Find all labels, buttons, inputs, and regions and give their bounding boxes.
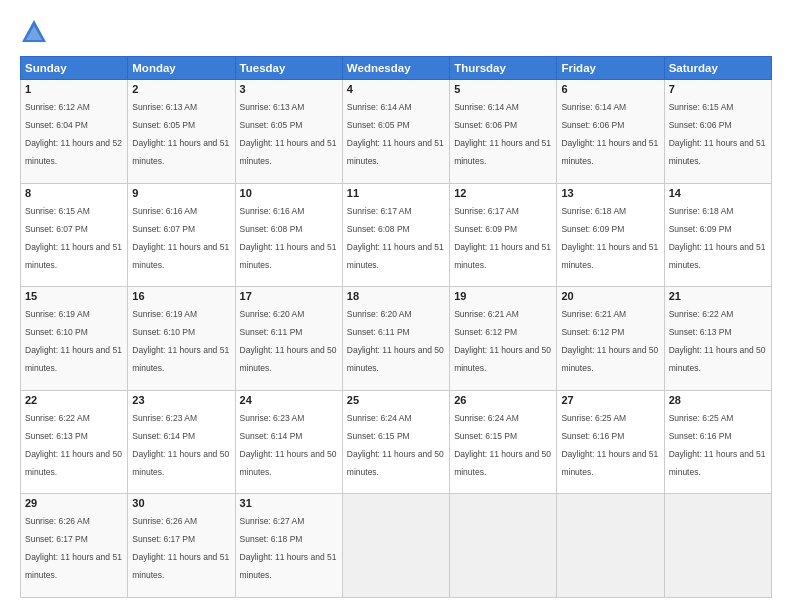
- day-number: 18: [347, 290, 445, 302]
- day-number: 27: [561, 394, 659, 406]
- day-number: 29: [25, 497, 123, 509]
- day-info: Sunrise: 6:17 AMSunset: 6:08 PMDaylight:…: [347, 206, 444, 270]
- day-number: 24: [240, 394, 338, 406]
- calendar-day-cell: 18 Sunrise: 6:20 AMSunset: 6:11 PMDaylig…: [342, 287, 449, 391]
- calendar-day-cell: 19 Sunrise: 6:21 AMSunset: 6:12 PMDaylig…: [450, 287, 557, 391]
- day-number: 1: [25, 83, 123, 95]
- calendar-day-cell: 21 Sunrise: 6:22 AMSunset: 6:13 PMDaylig…: [664, 287, 771, 391]
- calendar-day-cell: 14 Sunrise: 6:18 AMSunset: 6:09 PMDaylig…: [664, 183, 771, 287]
- calendar-day-cell: [557, 494, 664, 598]
- day-number: 25: [347, 394, 445, 406]
- day-info: Sunrise: 6:12 AMSunset: 6:04 PMDaylight:…: [25, 102, 122, 166]
- logo-icon: [20, 18, 48, 46]
- calendar-day-cell: 27 Sunrise: 6:25 AMSunset: 6:16 PMDaylig…: [557, 390, 664, 494]
- calendar-day-header: Saturday: [664, 57, 771, 80]
- calendar-day-cell: 8 Sunrise: 6:15 AMSunset: 6:07 PMDayligh…: [21, 183, 128, 287]
- day-info: Sunrise: 6:27 AMSunset: 6:18 PMDaylight:…: [240, 516, 337, 580]
- day-number: 19: [454, 290, 552, 302]
- day-info: Sunrise: 6:13 AMSunset: 6:05 PMDaylight:…: [240, 102, 337, 166]
- calendar-day-cell: 26 Sunrise: 6:24 AMSunset: 6:15 PMDaylig…: [450, 390, 557, 494]
- day-number: 5: [454, 83, 552, 95]
- calendar-week-row: 8 Sunrise: 6:15 AMSunset: 6:07 PMDayligh…: [21, 183, 772, 287]
- day-number: 12: [454, 187, 552, 199]
- calendar-header-row: SundayMondayTuesdayWednesdayThursdayFrid…: [21, 57, 772, 80]
- day-number: 6: [561, 83, 659, 95]
- calendar-day-cell: 31 Sunrise: 6:27 AMSunset: 6:18 PMDaylig…: [235, 494, 342, 598]
- calendar-day-cell: 13 Sunrise: 6:18 AMSunset: 6:09 PMDaylig…: [557, 183, 664, 287]
- day-info: Sunrise: 6:22 AMSunset: 6:13 PMDaylight:…: [669, 309, 766, 373]
- calendar-day-cell: [342, 494, 449, 598]
- calendar-day-cell: 29 Sunrise: 6:26 AMSunset: 6:17 PMDaylig…: [21, 494, 128, 598]
- calendar-day-cell: 5 Sunrise: 6:14 AMSunset: 6:06 PMDayligh…: [450, 80, 557, 184]
- day-number: 30: [132, 497, 230, 509]
- day-number: 14: [669, 187, 767, 199]
- day-info: Sunrise: 6:24 AMSunset: 6:15 PMDaylight:…: [454, 413, 551, 477]
- day-number: 8: [25, 187, 123, 199]
- calendar-day-cell: 30 Sunrise: 6:26 AMSunset: 6:17 PMDaylig…: [128, 494, 235, 598]
- day-number: 15: [25, 290, 123, 302]
- calendar-day-header: Tuesday: [235, 57, 342, 80]
- calendar-day-cell: [450, 494, 557, 598]
- day-number: 20: [561, 290, 659, 302]
- day-number: 26: [454, 394, 552, 406]
- calendar-day-cell: 6 Sunrise: 6:14 AMSunset: 6:06 PMDayligh…: [557, 80, 664, 184]
- calendar-day-cell: 3 Sunrise: 6:13 AMSunset: 6:05 PMDayligh…: [235, 80, 342, 184]
- day-info: Sunrise: 6:14 AMSunset: 6:06 PMDaylight:…: [561, 102, 658, 166]
- calendar-day-header: Friday: [557, 57, 664, 80]
- calendar-day-cell: 23 Sunrise: 6:23 AMSunset: 6:14 PMDaylig…: [128, 390, 235, 494]
- calendar-day-cell: 4 Sunrise: 6:14 AMSunset: 6:05 PMDayligh…: [342, 80, 449, 184]
- calendar-day-cell: 22 Sunrise: 6:22 AMSunset: 6:13 PMDaylig…: [21, 390, 128, 494]
- calendar-day-header: Thursday: [450, 57, 557, 80]
- calendar-day-cell: 11 Sunrise: 6:17 AMSunset: 6:08 PMDaylig…: [342, 183, 449, 287]
- day-number: 4: [347, 83, 445, 95]
- day-number: 10: [240, 187, 338, 199]
- day-number: 11: [347, 187, 445, 199]
- day-info: Sunrise: 6:21 AMSunset: 6:12 PMDaylight:…: [561, 309, 658, 373]
- day-number: 3: [240, 83, 338, 95]
- calendar-day-cell: 25 Sunrise: 6:24 AMSunset: 6:15 PMDaylig…: [342, 390, 449, 494]
- day-info: Sunrise: 6:19 AMSunset: 6:10 PMDaylight:…: [25, 309, 122, 373]
- logo: [20, 18, 52, 46]
- day-number: 22: [25, 394, 123, 406]
- day-number: 16: [132, 290, 230, 302]
- day-info: Sunrise: 6:20 AMSunset: 6:11 PMDaylight:…: [347, 309, 444, 373]
- day-info: Sunrise: 6:26 AMSunset: 6:17 PMDaylight:…: [132, 516, 229, 580]
- calendar-day-cell: 16 Sunrise: 6:19 AMSunset: 6:10 PMDaylig…: [128, 287, 235, 391]
- day-info: Sunrise: 6:16 AMSunset: 6:08 PMDaylight:…: [240, 206, 337, 270]
- day-info: Sunrise: 6:13 AMSunset: 6:05 PMDaylight:…: [132, 102, 229, 166]
- calendar-day-cell: 10 Sunrise: 6:16 AMSunset: 6:08 PMDaylig…: [235, 183, 342, 287]
- day-info: Sunrise: 6:26 AMSunset: 6:17 PMDaylight:…: [25, 516, 122, 580]
- calendar-day-cell: 28 Sunrise: 6:25 AMSunset: 6:16 PMDaylig…: [664, 390, 771, 494]
- calendar: SundayMondayTuesdayWednesdayThursdayFrid…: [20, 56, 772, 598]
- calendar-day-cell: [664, 494, 771, 598]
- day-info: Sunrise: 6:25 AMSunset: 6:16 PMDaylight:…: [561, 413, 658, 477]
- day-number: 21: [669, 290, 767, 302]
- calendar-day-cell: 7 Sunrise: 6:15 AMSunset: 6:06 PMDayligh…: [664, 80, 771, 184]
- day-info: Sunrise: 6:16 AMSunset: 6:07 PMDaylight:…: [132, 206, 229, 270]
- calendar-week-row: 15 Sunrise: 6:19 AMSunset: 6:10 PMDaylig…: [21, 287, 772, 391]
- day-info: Sunrise: 6:23 AMSunset: 6:14 PMDaylight:…: [132, 413, 229, 477]
- day-info: Sunrise: 6:18 AMSunset: 6:09 PMDaylight:…: [669, 206, 766, 270]
- day-number: 13: [561, 187, 659, 199]
- day-number: 31: [240, 497, 338, 509]
- day-number: 23: [132, 394, 230, 406]
- calendar-day-header: Sunday: [21, 57, 128, 80]
- day-info: Sunrise: 6:20 AMSunset: 6:11 PMDaylight:…: [240, 309, 337, 373]
- day-info: Sunrise: 6:15 AMSunset: 6:07 PMDaylight:…: [25, 206, 122, 270]
- calendar-day-header: Wednesday: [342, 57, 449, 80]
- calendar-day-header: Monday: [128, 57, 235, 80]
- calendar-day-cell: 2 Sunrise: 6:13 AMSunset: 6:05 PMDayligh…: [128, 80, 235, 184]
- day-info: Sunrise: 6:25 AMSunset: 6:16 PMDaylight:…: [669, 413, 766, 477]
- day-info: Sunrise: 6:24 AMSunset: 6:15 PMDaylight:…: [347, 413, 444, 477]
- day-info: Sunrise: 6:14 AMSunset: 6:05 PMDaylight:…: [347, 102, 444, 166]
- day-info: Sunrise: 6:15 AMSunset: 6:06 PMDaylight:…: [669, 102, 766, 166]
- calendar-day-cell: 12 Sunrise: 6:17 AMSunset: 6:09 PMDaylig…: [450, 183, 557, 287]
- day-info: Sunrise: 6:19 AMSunset: 6:10 PMDaylight:…: [132, 309, 229, 373]
- day-info: Sunrise: 6:14 AMSunset: 6:06 PMDaylight:…: [454, 102, 551, 166]
- calendar-day-cell: 17 Sunrise: 6:20 AMSunset: 6:11 PMDaylig…: [235, 287, 342, 391]
- calendar-day-cell: 9 Sunrise: 6:16 AMSunset: 6:07 PMDayligh…: [128, 183, 235, 287]
- calendar-week-row: 1 Sunrise: 6:12 AMSunset: 6:04 PMDayligh…: [21, 80, 772, 184]
- calendar-day-cell: 15 Sunrise: 6:19 AMSunset: 6:10 PMDaylig…: [21, 287, 128, 391]
- calendar-week-row: 22 Sunrise: 6:22 AMSunset: 6:13 PMDaylig…: [21, 390, 772, 494]
- day-number: 7: [669, 83, 767, 95]
